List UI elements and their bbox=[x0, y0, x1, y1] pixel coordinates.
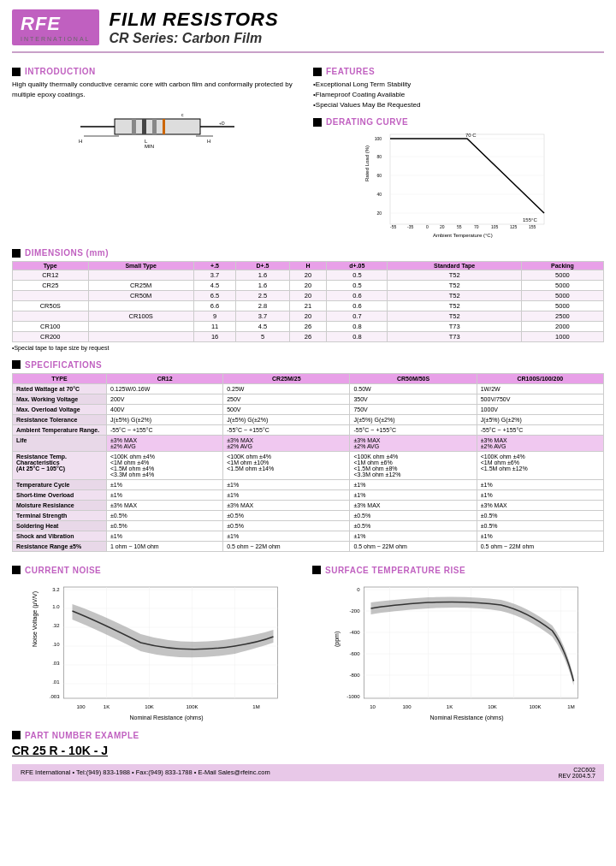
right-col: FEATURES •Exceptional Long Term Stabilit… bbox=[313, 60, 604, 241]
specs-cell: ±3% MAX ±2% AVG bbox=[477, 435, 603, 451]
specs-cell: ±0.5% bbox=[107, 510, 223, 520]
specs-col-header: CR12 bbox=[107, 373, 223, 383]
svg-text:Rated Load (%): Rated Load (%) bbox=[364, 145, 370, 181]
dim-cell: 5000 bbox=[521, 281, 603, 291]
svg-text:Nominal Resistance (ohms): Nominal Resistance (ohms) bbox=[430, 715, 504, 721]
svg-text:100: 100 bbox=[375, 136, 382, 141]
specs-cell: ±1% bbox=[107, 531, 223, 541]
surface-title: SURFACE TEMPERATURE RISE bbox=[325, 566, 465, 575]
specs-header-row: TYPECR12CR25M/25CR50M/50SCR100S/100/200 bbox=[13, 373, 604, 383]
svg-text:125: 125 bbox=[510, 224, 518, 229]
features-title: FEATURES bbox=[326, 67, 375, 76]
specs-cell: 200V bbox=[107, 394, 223, 404]
dim-cell: 20 bbox=[289, 270, 327, 281]
feature-3: •Special Values May Be Requested bbox=[313, 100, 604, 110]
svg-text:H: H bbox=[207, 139, 210, 144]
footer: RFE International • Tel:(949) 833-1988 •… bbox=[12, 764, 604, 781]
svg-text:10K: 10K bbox=[145, 704, 154, 709]
dim-cell: 0.5 bbox=[327, 270, 388, 281]
dim-cell: 4.5 bbox=[236, 322, 289, 332]
dimensions-note: •Special tape to tape size by request bbox=[12, 344, 604, 353]
specs-row-label: Resistance Range ±5% bbox=[13, 541, 107, 551]
product-subtitle: CR Series: Carbon Film bbox=[110, 31, 279, 46]
specs-cell: <100K ohm ±4% <1M ohm ±10% <1.5M ohm ±14… bbox=[223, 451, 350, 479]
part-number-title: PART NUMBER EXAMPLE bbox=[25, 731, 139, 740]
specs-cell: ±0.5% bbox=[350, 510, 477, 520]
specs-cell: 0.5 ohm ~ 22M ohm bbox=[223, 541, 350, 551]
specs-row-label: Soldering Heat bbox=[13, 520, 107, 531]
svg-text:c: c bbox=[181, 112, 184, 117]
dim-cell: 3.7 bbox=[193, 270, 235, 281]
specs-row-label: Max. Overload Voltage bbox=[13, 404, 107, 414]
specs-cell: ±1% bbox=[350, 531, 477, 541]
specs-cell: ±3% MAX bbox=[223, 500, 350, 510]
part-number-header: PART NUMBER EXAMPLE bbox=[12, 731, 604, 740]
svg-text:-800: -800 bbox=[349, 673, 360, 678]
dim-cell bbox=[88, 301, 193, 311]
dim-cell: 26 bbox=[289, 332, 327, 342]
svg-text:40: 40 bbox=[376, 192, 382, 197]
svg-text:1M: 1M bbox=[567, 704, 574, 709]
svg-text:.003: .003 bbox=[50, 694, 60, 699]
dimensions-title: DIMENSIONS (mm) bbox=[25, 248, 109, 258]
product-title: FILM RESISTORS bbox=[110, 9, 279, 31]
dim-cell: 2.8 bbox=[236, 301, 289, 311]
dim-cell bbox=[88, 322, 193, 332]
specs-title: SPECIFICATIONS bbox=[25, 360, 102, 370]
specs-cell: 500V/750V bbox=[477, 394, 603, 404]
noise-title: CURRENT NOISE bbox=[25, 566, 101, 575]
specs-cell: 500V bbox=[223, 404, 350, 414]
dim-cell: CR12 bbox=[13, 270, 89, 281]
specs-row-label: Shock and Vibration bbox=[13, 531, 107, 541]
svg-text:MIN: MIN bbox=[145, 144, 154, 148]
specs-cell: 350V bbox=[350, 394, 477, 404]
specs-cell: 250V bbox=[223, 394, 350, 404]
specs-row-label: Short-time Overload bbox=[13, 489, 107, 500]
dim-cell: CR25M bbox=[88, 281, 193, 291]
dimensions-header: DIMENSIONS (mm) bbox=[12, 248, 604, 258]
svg-text:20: 20 bbox=[376, 211, 382, 216]
left-col: INTRODUCTION High quality thermally cond… bbox=[12, 60, 303, 241]
dim-cell: CR100 bbox=[13, 322, 89, 332]
specs-col-header: TYPE bbox=[13, 373, 107, 383]
svg-text:80: 80 bbox=[376, 154, 382, 159]
svg-text:10: 10 bbox=[370, 704, 376, 709]
dim-cell: 0.8 bbox=[327, 322, 388, 332]
feature-2: •Flameproof Coating Available bbox=[313, 90, 604, 100]
footer-code: C2C602 bbox=[558, 767, 595, 773]
dim-cell: T52 bbox=[388, 291, 521, 301]
svg-rect-4 bbox=[142, 119, 146, 134]
specs-cell: 400V bbox=[107, 404, 223, 414]
specs-cell: ±3% MAX bbox=[477, 500, 603, 510]
top-section: INTRODUCTION High quality thermally cond… bbox=[12, 60, 604, 241]
specs-cell: ±1% bbox=[223, 489, 350, 500]
part-number-section: PART NUMBER EXAMPLE CR 25 R - 10K - J bbox=[12, 731, 604, 757]
dim-cell bbox=[88, 270, 193, 281]
dim-cell: CR100S bbox=[88, 311, 193, 322]
dim-cell: T52 bbox=[388, 270, 521, 281]
specs-cell: ±1% bbox=[477, 479, 603, 489]
dim-col-small: Small Type bbox=[88, 262, 193, 270]
specs-cell: ±0.5% bbox=[223, 510, 350, 520]
surface-chart: (ppm) 0 -200 -400 -600 -800 -1000 bbox=[312, 578, 604, 724]
svg-text:100K: 100K bbox=[186, 704, 198, 709]
dim-cell: 0.5 bbox=[327, 281, 388, 291]
svg-text:10K: 10K bbox=[488, 704, 497, 709]
component-diagram: H L H +D MIN c bbox=[12, 105, 303, 148]
specs-cell: ±0.5% bbox=[223, 520, 350, 531]
part-bullet bbox=[12, 731, 21, 739]
svg-text:70: 70 bbox=[474, 224, 479, 229]
dimensions-table: Type Small Type +.5 D+.5 H d+.05 Standar… bbox=[12, 261, 604, 342]
specs-row-label: Terminal Strength bbox=[13, 510, 107, 520]
dimensions-body: CR123.71.6200.5T525000CR25CR25M4.51.6200… bbox=[13, 270, 604, 342]
dim-cell: 1000 bbox=[521, 332, 603, 342]
dim-col-plus5: +.5 bbox=[193, 262, 235, 270]
specs-cell: ±1% bbox=[477, 531, 603, 541]
specs-row-label: Moisture Resislance bbox=[13, 500, 107, 510]
svg-text:-600: -600 bbox=[349, 651, 360, 656]
specs-cell: ±3% MAX ±2% AVG bbox=[350, 435, 477, 451]
dim-cell: 0.8 bbox=[327, 332, 388, 342]
specs-cell: ±1% bbox=[223, 531, 350, 541]
dim-cell: 5000 bbox=[521, 270, 603, 281]
svg-text:Nominal Resistance (ohms): Nominal Resistance (ohms) bbox=[130, 715, 204, 721]
